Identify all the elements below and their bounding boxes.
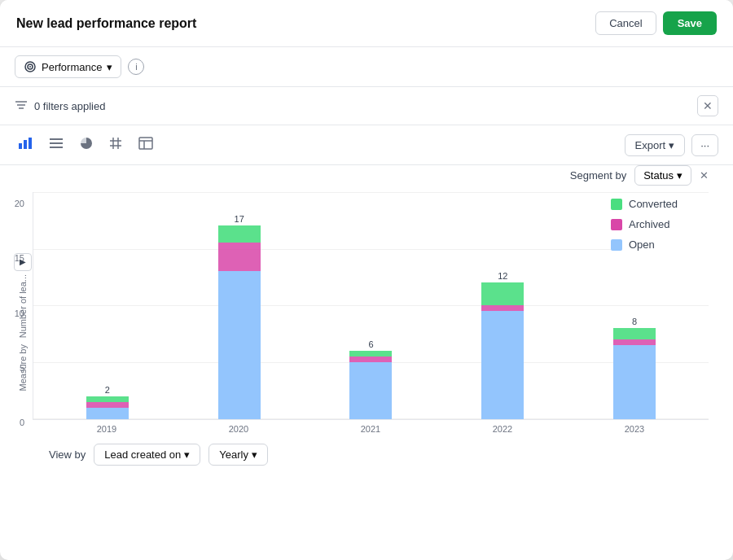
performance-dropdown[interactable]: Performance ▾	[15, 55, 121, 78]
bar-chart-icon[interactable]	[15, 133, 36, 156]
grid-line-top	[33, 192, 709, 193]
pie-chart-icon[interactable]	[77, 133, 96, 156]
x-label-2020: 2020	[217, 424, 260, 434]
bar-value-2021: 6	[368, 339, 373, 349]
cancel-button[interactable]: Cancel	[595, 11, 656, 35]
bar-stack-2019	[86, 396, 129, 419]
segment-by-row: Segment by Status ▾ ✕	[0, 165, 725, 192]
chevron-down-icon: ▾	[107, 61, 112, 73]
table-icon[interactable]	[135, 133, 156, 156]
legend-label-archived: Archived	[629, 218, 670, 230]
bar-archived-2023	[613, 339, 656, 345]
view-by-field-dropdown[interactable]: Lead created on ▾	[94, 444, 200, 466]
x-label-2022: 2022	[481, 424, 524, 434]
legend-dot-archived	[611, 219, 622, 230]
bars-wrapper: 2 17	[33, 192, 709, 420]
svg-point-2	[29, 66, 31, 68]
bar-archived-2019	[86, 402, 129, 408]
bar-value-2020: 17	[235, 214, 244, 224]
svg-rect-8	[29, 138, 32, 149]
legend-open: Open	[611, 238, 717, 251]
view-by-row: View by Lead created on ▾ Yearly ▾	[0, 434, 725, 479]
bar-value-2022: 12	[498, 271, 507, 281]
segment-close-button[interactable]: ✕	[700, 169, 709, 182]
legend-label-converted: Converted	[629, 198, 678, 210]
export-area: Export ▾ ···	[625, 134, 718, 156]
svg-rect-7	[24, 140, 27, 149]
chart-type-icons	[15, 133, 156, 156]
view-by-period-dropdown[interactable]: Yearly ▾	[208, 444, 268, 466]
bar-stack-2020	[218, 225, 261, 419]
bars-section: 0 5 10 15 20	[0, 192, 725, 434]
toolbar-row: Performance ▾ i	[0, 47, 733, 87]
legend-archived: Archived	[611, 218, 717, 230]
x-labels: 2019 2020 2021 2022 2023	[24, 420, 725, 434]
legend-dot-converted	[611, 199, 622, 210]
bar-2023: 8	[613, 317, 656, 419]
export-label: Export	[635, 139, 666, 151]
bar-stack-2023	[613, 328, 656, 419]
chart-inner: Segment by Status ▾ ✕ 0 5 10 15 20	[0, 165, 733, 479]
view-by-label: View by	[49, 448, 86, 461]
bar-archived-2020	[218, 243, 261, 271]
x-label-2019: 2019	[86, 424, 128, 434]
filter-icon	[15, 99, 28, 113]
filter-row: 0 filters applied ✕	[0, 87, 733, 125]
segment-by-label: Segment by	[570, 169, 626, 182]
svg-rect-6	[19, 143, 22, 149]
list-icon[interactable]	[46, 134, 67, 155]
x-label-2021: 2021	[349, 424, 392, 434]
bar-2020: 17	[218, 214, 261, 419]
header-buttons: Cancel Save	[595, 11, 717, 35]
bar-value-2023: 8	[632, 317, 637, 326]
modal-header: New lead performance report Cancel Save	[0, 0, 733, 47]
bar-converted-2023	[613, 328, 656, 339]
filter-text: 0 filters applied	[34, 100, 691, 112]
bar-converted-2019	[86, 396, 129, 402]
bar-open-2023	[613, 345, 656, 419]
chevron-down-icon: ▾	[184, 448, 190, 461]
save-button[interactable]: Save	[663, 11, 717, 35]
legend-label-open: Open	[629, 238, 655, 251]
segment-value: Status	[643, 169, 674, 182]
modal: New lead performance report Cancel Save …	[0, 0, 733, 560]
bar-open-2019	[86, 408, 129, 419]
legend-converted: Converted	[611, 198, 717, 210]
target-icon	[24, 60, 37, 73]
grid-line-2	[33, 305, 709, 306]
bar-open-2020	[218, 271, 261, 419]
x-label-2023: 2023	[613, 424, 656, 434]
bar-archived-2022	[481, 305, 524, 311]
bar-stack-2022	[481, 282, 524, 419]
bar-converted-2022	[481, 282, 524, 305]
bar-2019: 2	[86, 385, 129, 419]
view-by-period-label: Yearly	[219, 448, 248, 461]
view-by-field-label: Lead created on	[104, 448, 181, 461]
more-options-button[interactable]: ···	[691, 134, 718, 156]
clear-filters-button[interactable]: ✕	[697, 95, 718, 116]
bar-converted-2020	[218, 225, 261, 243]
bar-2022: 12	[481, 271, 524, 419]
export-button[interactable]: Export ▾	[625, 134, 686, 156]
chevron-down-icon: ▾	[669, 139, 674, 151]
bar-value-2019: 2	[105, 385, 110, 395]
hash-icon[interactable]	[106, 133, 125, 156]
modal-title: New lead performance report	[16, 16, 196, 31]
chart-toolbar: Export ▾ ···	[0, 125, 733, 165]
bar-converted-2021	[349, 351, 392, 357]
chevron-down-icon: ▾	[677, 169, 683, 182]
bar-2021: 6	[349, 339, 392, 419]
legend-dot-open	[611, 239, 622, 251]
info-icon[interactable]: i	[128, 59, 144, 75]
bar-open-2021	[349, 362, 392, 419]
performance-label: Performance	[42, 61, 102, 73]
grid-line-1	[33, 249, 709, 250]
chevron-down-icon: ▾	[252, 448, 257, 461]
svg-rect-16	[139, 138, 152, 149]
bar-archived-2021	[349, 357, 392, 362]
bar-stack-2021	[349, 351, 392, 419]
bar-open-2022	[481, 311, 524, 419]
segment-status-dropdown[interactable]: Status ▾	[634, 165, 691, 186]
chart-area: ▶ Number of lea... Measure by Segment by…	[0, 165, 733, 479]
legend-area: Converted Archived Open	[611, 198, 717, 259]
